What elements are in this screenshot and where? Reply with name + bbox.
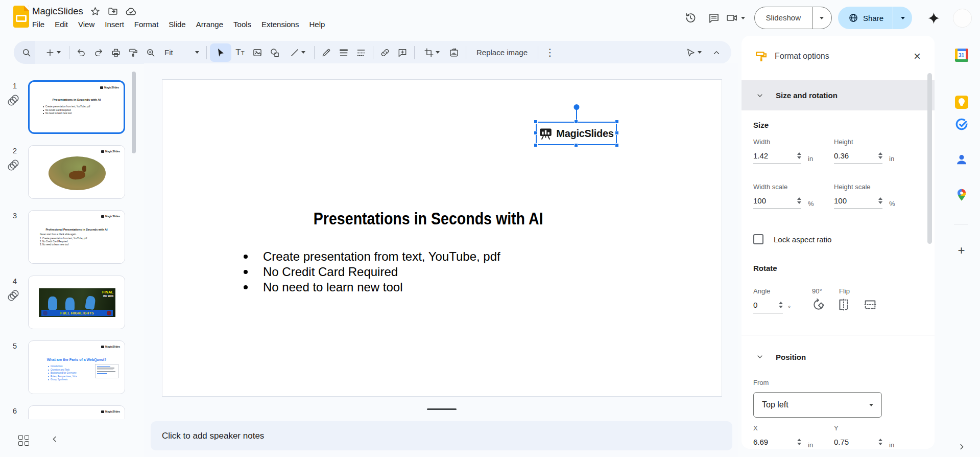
replace-image-button[interactable]: Replace image [469, 43, 535, 62]
insert-shape-button[interactable] [266, 43, 283, 62]
slide-thumbnail-5[interactable]: MagicSlides What are the Parts of a WebQ… [28, 340, 125, 394]
menu-help[interactable]: Help [304, 18, 330, 30]
stepper-icon[interactable] [878, 439, 882, 445]
user-avatar[interactable] [953, 9, 972, 28]
videocam-dropdown-caret[interactable] [741, 17, 745, 19]
document-title[interactable]: MagicSlides [32, 6, 83, 17]
close-panel-button[interactable]: × [909, 48, 925, 64]
menu-tools[interactable]: Tools [228, 18, 256, 30]
slide-canvas[interactable]: Presentations in Seconds with AI Create … [162, 79, 722, 397]
flip-horizontal-button[interactable] [836, 298, 851, 312]
crop-caret[interactable] [436, 51, 440, 54]
height-scale-input[interactable]: 100 [834, 196, 882, 209]
calendar-icon[interactable]: 31 [955, 49, 968, 62]
undo-button[interactable] [73, 43, 90, 62]
selection-handle[interactable] [534, 143, 538, 147]
selection-handle[interactable] [534, 120, 538, 124]
new-slide-caret[interactable] [57, 51, 61, 54]
selection-handle[interactable] [615, 143, 619, 147]
section-size-rotation[interactable]: Size and rotation [742, 80, 935, 110]
selection-handle[interactable] [574, 120, 578, 124]
insert-image-button[interactable] [249, 43, 266, 62]
menu-edit[interactable]: Edit [50, 18, 73, 30]
stepper-icon[interactable] [878, 152, 882, 159]
rotate-90-button[interactable] [811, 298, 826, 312]
redo-button[interactable] [90, 43, 107, 62]
select-tool-button[interactable] [210, 43, 231, 62]
print-button[interactable] [107, 43, 125, 62]
comments-button[interactable] [702, 6, 726, 30]
menu-arrange[interactable]: Arrange [191, 18, 228, 30]
selection-handle[interactable] [615, 131, 619, 135]
slide-thumbnail-6[interactable]: MagicSlides [28, 405, 125, 419]
stepper-icon[interactable] [797, 197, 801, 204]
crop-image-button[interactable] [418, 43, 445, 62]
transition-icon[interactable] [7, 158, 20, 172]
line-tool-caret[interactable] [301, 51, 305, 54]
menu-format[interactable]: Format [129, 18, 164, 30]
share-dropdown[interactable] [893, 7, 912, 29]
zoom-fit-select[interactable]: Fit [159, 43, 203, 62]
stepper-icon[interactable] [797, 152, 801, 159]
text-box-button[interactable]: TT [231, 43, 249, 62]
transition-icon[interactable] [7, 94, 20, 107]
transition-icon[interactable] [7, 289, 20, 302]
stepper-icon[interactable] [878, 197, 882, 204]
width-scale-input[interactable]: 100 [753, 196, 801, 209]
y-input[interactable]: 0.75 [834, 438, 882, 449]
zoom-button[interactable] [142, 43, 159, 62]
contacts-icon[interactable] [955, 153, 968, 166]
horizontal-scrollbar[interactable] [427, 408, 457, 410]
insert-link-button[interactable] [376, 43, 394, 62]
star-icon[interactable] [90, 6, 101, 17]
flip-vertical-button[interactable] [863, 298, 877, 312]
border-dash-button[interactable] [352, 43, 370, 62]
slide-thumbnail-1[interactable]: MagicSlides Presentations in Seconds wit… [28, 80, 125, 134]
border-weight-button[interactable] [335, 43, 352, 62]
rotation-handle[interactable] [573, 104, 579, 110]
selection-handle[interactable] [615, 120, 619, 124]
move-to-folder-icon[interactable] [107, 6, 118, 17]
height-input[interactable]: 0.36 [834, 151, 882, 164]
slide-thumbnail-3[interactable]: MagicSlides Professional Presentations i… [28, 210, 125, 264]
section-position[interactable]: Position [742, 347, 806, 367]
add-comment-button[interactable] [394, 43, 411, 62]
speaker-notes[interactable]: Click to add speaker notes [151, 421, 732, 450]
hide-menus-button[interactable] [708, 43, 725, 62]
slide-thumbnail-2[interactable]: MagicSlides [28, 145, 125, 199]
width-input[interactable]: 1.42 [753, 151, 801, 164]
panel-scrollbar[interactable] [927, 73, 932, 244]
position-from-select[interactable]: Top left [753, 392, 882, 418]
stepper-icon[interactable] [797, 439, 801, 445]
maps-icon[interactable] [955, 188, 968, 201]
search-menus-button[interactable] [18, 43, 35, 62]
slide-title[interactable]: Presentations in Seconds with AI [162, 209, 694, 228]
selection-handle[interactable] [534, 131, 538, 135]
hide-side-panel-button[interactable] [957, 442, 966, 453]
slide-body-text[interactable]: Create presentation from text, YouTube, … [244, 249, 500, 295]
menu-view[interactable]: View [73, 18, 100, 30]
insert-line-button[interactable] [283, 43, 311, 62]
menu-extensions[interactable]: Extensions [256, 18, 304, 30]
keep-icon[interactable] [955, 96, 968, 109]
more-options-button[interactable]: ⋮ [541, 43, 559, 62]
new-slide-button[interactable] [39, 43, 66, 62]
menu-slide[interactable]: Slide [163, 18, 190, 30]
selection-handle[interactable] [574, 143, 578, 147]
cloud-saved-icon[interactable] [125, 6, 137, 17]
tasks-icon[interactable] [955, 118, 968, 131]
slideshow-button[interactable]: Slideshow [754, 7, 832, 29]
slide-thumbnail-4[interactable]: FINAL IND WON FULL HIGHLIGHTS [28, 276, 125, 329]
collapse-filmstrip-button[interactable] [50, 435, 59, 446]
angle-input[interactable]: 0 [753, 301, 783, 313]
grid-view-button[interactable] [17, 434, 32, 448]
reset-image-button[interactable] [445, 43, 463, 62]
stepper-icon[interactable] [779, 302, 783, 308]
selected-image[interactable]: MagicSlides [536, 122, 617, 145]
gemini-button[interactable] [923, 8, 944, 28]
get-addons-button[interactable]: + [954, 243, 969, 258]
pointer-mode-button[interactable] [679, 43, 708, 62]
border-color-button[interactable] [318, 43, 335, 62]
join-call-button[interactable] [726, 12, 745, 24]
pointer-mode-caret[interactable] [698, 51, 702, 54]
